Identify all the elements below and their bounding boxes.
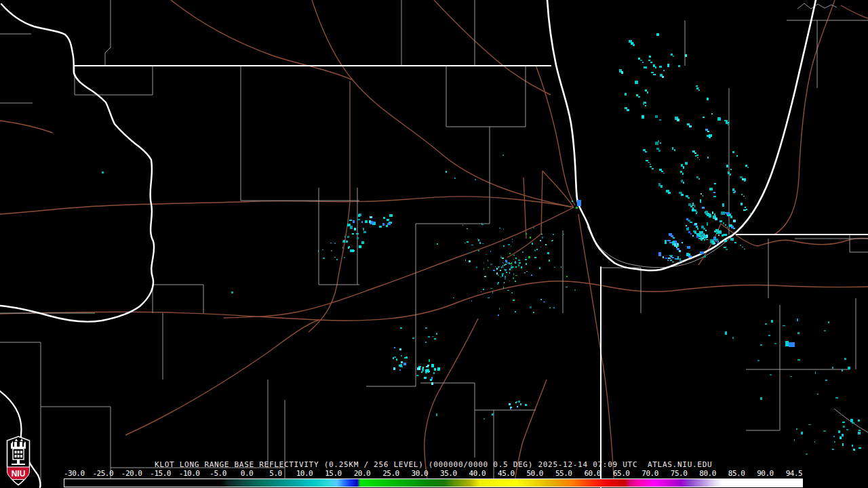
county-border-line xyxy=(420,383,475,458)
road-line xyxy=(0,197,574,214)
reflectivity-scale-labels: -30.0-25.0-20.0-15.0-10.0-5.00.05.010.01… xyxy=(60,470,808,478)
scale-label: 65.0 xyxy=(607,470,635,478)
niu-logo-text: NIU xyxy=(12,469,26,479)
scale-label: 10.0 xyxy=(290,470,319,478)
scale-label: 75.0 xyxy=(665,470,693,478)
scale-label: 85.0 xyxy=(722,470,751,478)
scale-label: -20.0 xyxy=(117,470,146,478)
road-line xyxy=(434,0,551,95)
road-line xyxy=(171,0,353,80)
state-border-line xyxy=(0,4,154,322)
reflectivity-colorbar xyxy=(64,479,803,487)
scale-label: 50.0 xyxy=(521,470,549,478)
road-line xyxy=(841,5,868,18)
scale-label: 90.0 xyxy=(751,470,779,478)
scale-label: -15.0 xyxy=(146,470,174,478)
scale-label: 55.0 xyxy=(549,470,578,478)
road-line xyxy=(0,121,53,133)
scale-label: 94.5 xyxy=(780,470,808,478)
scale-label: 80.0 xyxy=(693,470,722,478)
scale-label: 45.0 xyxy=(492,470,520,478)
scale-label: 70.0 xyxy=(635,470,664,478)
road-line xyxy=(224,207,574,318)
scale-label: 5.0 xyxy=(261,470,290,478)
scale-label: 35.0 xyxy=(434,470,462,478)
radar-viewport: KLOT LONG RANGE BASE REFLECTIVITY (0.25K… xyxy=(0,0,868,488)
scale-label: 30.0 xyxy=(406,470,434,478)
county-border-line xyxy=(446,66,526,127)
scale-label: -30.0 xyxy=(60,470,88,478)
road-line xyxy=(309,81,350,332)
road-line xyxy=(773,0,835,235)
county-border-line xyxy=(797,3,837,9)
scale-label: 25.0 xyxy=(376,470,405,478)
scale-label: 0.0 xyxy=(233,470,261,478)
road-line xyxy=(125,320,319,435)
radar-echoes xyxy=(102,33,861,455)
road-line xyxy=(541,171,542,234)
road-line xyxy=(0,281,868,321)
scale-label: 40.0 xyxy=(463,470,492,478)
road-line xyxy=(507,234,541,258)
scale-label: -10.0 xyxy=(175,470,203,478)
radar-product-title: KLOT LONG RANGE BASE REFLECTIVITY (0.25K… xyxy=(155,461,712,468)
scale-label: -5.0 xyxy=(203,470,232,478)
niu-logo: NIU xyxy=(5,436,32,487)
state-border-line xyxy=(547,0,732,270)
county-border-line xyxy=(105,0,111,66)
radar-map xyxy=(0,0,868,488)
road-line xyxy=(524,178,526,239)
county-border-line xyxy=(416,127,490,224)
scale-label: 60.0 xyxy=(578,470,606,478)
scale-label: 15.0 xyxy=(319,470,347,478)
scale-label: -25.0 xyxy=(88,470,117,478)
county-border-line xyxy=(850,235,868,252)
scale-label: 20.0 xyxy=(348,470,376,478)
county-border-line xyxy=(75,66,153,95)
county-border-line xyxy=(153,285,203,313)
road-line xyxy=(312,0,574,207)
